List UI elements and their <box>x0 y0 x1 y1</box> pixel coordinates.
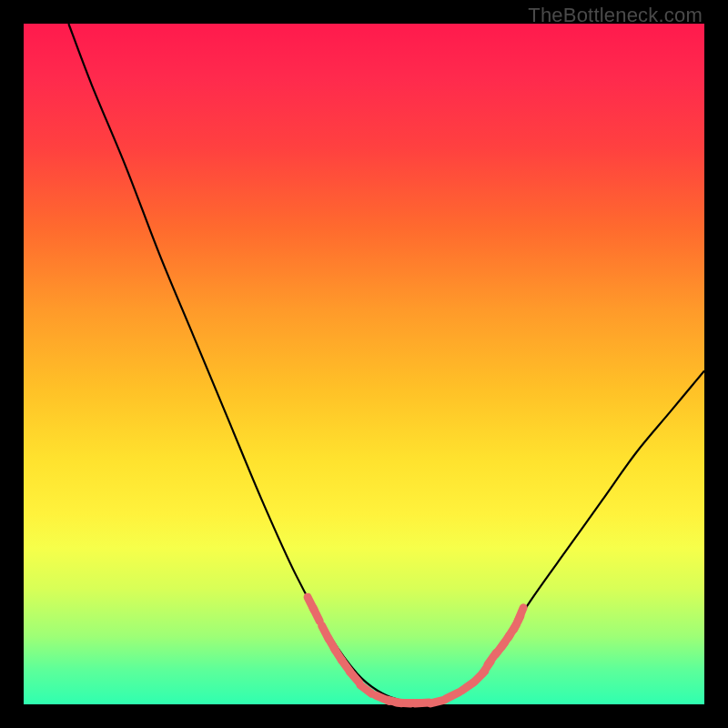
highlight-dash <box>518 608 523 622</box>
highlight-dash <box>446 693 459 699</box>
highlight-dash <box>313 608 319 621</box>
highlight-dashes-group <box>308 597 523 703</box>
bottleneck-curve-path <box>68 24 704 703</box>
chart-container: TheBottleneck.com <box>0 0 728 728</box>
plot-area <box>24 24 704 704</box>
curve-svg <box>24 24 704 704</box>
